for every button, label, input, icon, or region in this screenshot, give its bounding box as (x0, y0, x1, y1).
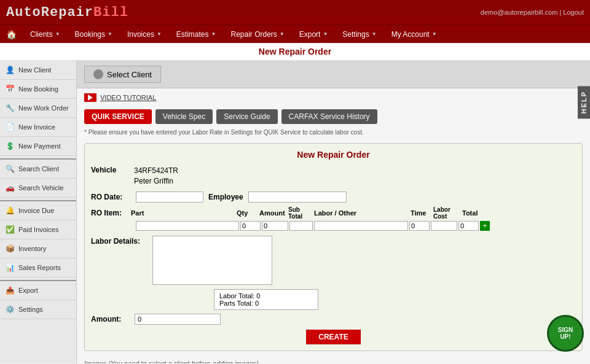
sidebar-item-sales-reports[interactable]: Sales Reports (0, 258, 76, 277)
quik-service-button[interactable]: QUIK SERVICE (84, 109, 152, 124)
top-bar: AutoRepairBill demo@autorepairbill.com |… (0, 0, 590, 25)
top-right: demo@autorepairbill.com | Logout (481, 9, 584, 16)
sidebar-item-inventory[interactable]: Inventory (0, 239, 76, 258)
amount-row: Amount: (91, 314, 576, 325)
form-title: New Repair Order (91, 150, 576, 160)
video-icon (84, 93, 96, 102)
part-input[interactable] (136, 221, 239, 231)
labor-total: Labor Total: 0 (219, 292, 313, 300)
parts-total: Parts Total: 0 (219, 300, 313, 307)
subtotal-input[interactable] (289, 221, 313, 231)
chevron-down-icon: ▼ (211, 31, 216, 37)
sidebar: New Client New Booking New Work Order Ne… (0, 61, 77, 363)
qty-input[interactable] (240, 221, 261, 231)
chevron-down-icon: ▼ (157, 31, 162, 37)
amount-input[interactable] (262, 221, 288, 231)
ro-items-columns: Part Qty Amount SubTotal Labor / Other T… (131, 206, 576, 220)
export-icon (5, 285, 15, 295)
chevron-down-icon: ▼ (55, 31, 60, 37)
sidebar-item-paid-invoices[interactable]: Paid Invoices (0, 220, 76, 239)
ro-date-label: RO Date: (91, 193, 131, 201)
chart-icon (5, 263, 15, 273)
search-icon (5, 164, 15, 174)
logout-link[interactable]: Logout (563, 9, 584, 16)
nav-my-account[interactable]: My Account ▼ (384, 25, 444, 43)
col-subtotal-header: SubTotal (288, 206, 313, 220)
sidebar-item-invoice-due[interactable]: Invoice Due (0, 200, 76, 220)
sidebar-item-new-work-order[interactable]: New Work Order (0, 99, 76, 118)
nav-settings[interactable]: Settings ▼ (335, 25, 384, 43)
wrench-icon (5, 103, 15, 113)
amount-input-field[interactable] (135, 314, 221, 325)
home-nav-icon[interactable]: 🏠 (0, 29, 23, 39)
chevron-down-icon: ▼ (108, 31, 112, 37)
ro-item-label: RO Item: (91, 209, 131, 217)
sidebar-item-search-client[interactable]: Search Client (0, 158, 76, 179)
labor-details-label: Labor Details: (91, 236, 152, 310)
vehicle-id: 34RF5424TR (134, 166, 178, 176)
vehicle-spec-button[interactable]: Vehicle Spec (155, 109, 213, 124)
sidebar-item-search-vehicle[interactable]: Search Vehicle (0, 179, 76, 198)
vehicle-data: 34RF5424TR Peter Griffin (134, 166, 178, 187)
help-tab[interactable]: HELP (578, 86, 590, 118)
doc-icon (5, 122, 15, 132)
col-part-header: Part (131, 209, 235, 217)
employee-input[interactable] (248, 192, 347, 203)
page-title-bar: New Repair Order (0, 43, 590, 61)
nav-clients[interactable]: Clients ▼ (23, 25, 68, 43)
client-icon (93, 69, 103, 79)
labor-other-input[interactable] (314, 221, 408, 231)
ro-items-inputs-row: + (136, 221, 576, 231)
sidebar-item-settings[interactable]: Settings (0, 300, 76, 319)
chevron-down-icon: ▼ (280, 31, 285, 37)
nav-export[interactable]: Export ▼ (292, 25, 336, 43)
images-note: Images (You need to select a client befo… (77, 356, 590, 363)
labor-cost-input[interactable] (431, 221, 457, 231)
gear-icon (5, 304, 15, 314)
check-icon (5, 225, 15, 234)
select-client-bar: Select Client (77, 61, 590, 88)
video-tutorial-link[interactable]: VIDEO TUTORIAL (77, 88, 590, 107)
total-input[interactable] (458, 221, 479, 231)
labor-details-row: Labor Details: Labor Total: 0 Parts Tota… (91, 236, 576, 310)
quick-actions-bar: QUIK SERVICE Vehicle Spec Service Guide … (77, 107, 590, 126)
labor-note: * Please ensure you have entered your La… (77, 126, 590, 138)
chevron-down-icon: ▼ (323, 31, 328, 37)
time-input[interactable] (409, 221, 430, 231)
add-row-button[interactable]: + (480, 221, 490, 231)
select-client-button[interactable]: Select Client (84, 66, 161, 83)
carfax-button[interactable]: CARFAX Service History (281, 109, 377, 124)
nav-bookings[interactable]: Bookings ▼ (68, 25, 120, 43)
create-button[interactable]: CREATE (306, 330, 360, 344)
main-nav: 🏠 Clients ▼ Bookings ▼ Invoices ▼ Estima… (0, 25, 590, 43)
labor-details-area: Labor Total: 0 Parts Total: 0 (152, 236, 318, 310)
user-email: demo@autorepairbill.com (481, 9, 558, 16)
sidebar-item-new-invoice[interactable]: New Invoice (0, 118, 76, 137)
service-guide-button[interactable]: Service Guide (216, 109, 277, 124)
layout: New Client New Booking New Work Order Ne… (0, 61, 590, 363)
col-amount-header: Amount (259, 209, 287, 217)
nav-repair-orders[interactable]: Repair Orders ▼ (223, 25, 291, 43)
col-labor-header: Labor / Other (314, 209, 409, 217)
col-qty-header: Qty (237, 209, 258, 217)
nav-estimates[interactable]: Estimates ▼ (169, 25, 224, 43)
amount-label: Amount: (91, 315, 131, 323)
sidebar-item-new-client[interactable]: New Client (0, 61, 76, 80)
col-total-header: Total (462, 209, 484, 217)
labor-details-textarea[interactable] (152, 236, 272, 285)
box-icon (5, 244, 15, 254)
app-logo: AutoRepairBill (6, 5, 128, 20)
create-button-row: CREATE (91, 330, 576, 344)
person-icon (5, 65, 15, 75)
col-time-header: Time (411, 209, 432, 217)
nav-invoices[interactable]: Invoices ▼ (120, 25, 169, 43)
signup-button[interactable]: SIGN UP! (547, 315, 584, 352)
sidebar-item-new-payment[interactable]: New Payment (0, 137, 76, 156)
sidebar-item-export[interactable]: Export (0, 280, 76, 300)
main-content: Select Client VIDEO TUTORIAL QUIK SERVIC… (77, 61, 590, 363)
employee-label: Employee (208, 193, 243, 201)
sidebar-item-new-booking[interactable]: New Booking (0, 80, 76, 99)
vehicle-owner: Peter Griffin (134, 176, 178, 187)
chevron-down-icon: ▼ (372, 31, 377, 37)
ro-date-input[interactable] (136, 192, 203, 203)
